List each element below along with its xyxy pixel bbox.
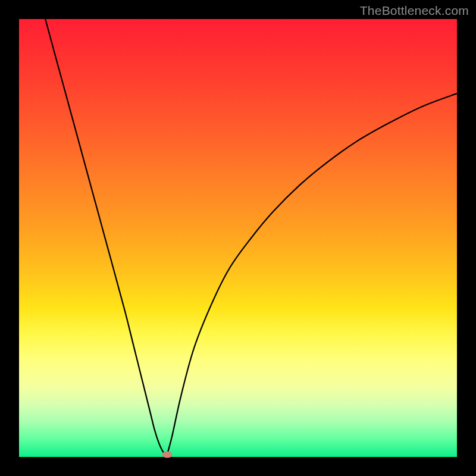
curve-path [45, 19, 457, 455]
vertex-marker [162, 452, 172, 458]
watermark-text: TheBottleneck.com [360, 4, 469, 18]
bottleneck-curve [19, 19, 457, 457]
plot-area [19, 19, 457, 457]
chart-frame: TheBottleneck.com [0, 0, 476, 476]
